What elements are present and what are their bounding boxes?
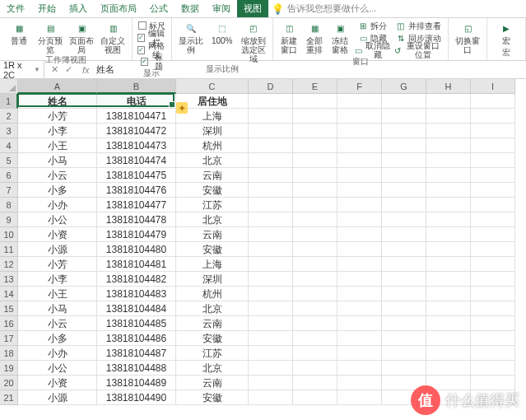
cell[interactable] — [426, 242, 471, 257]
col-header-a[interactable]: A — [18, 79, 97, 94]
row-header[interactable]: 17 — [0, 331, 18, 346]
cell[interactable] — [426, 331, 471, 346]
cell[interactable] — [471, 287, 515, 301]
cell[interactable] — [426, 301, 471, 316]
cell[interactable] — [249, 227, 293, 242]
cell[interactable]: 小公 — [18, 361, 97, 376]
cell[interactable] — [382, 242, 426, 257]
select-all-corner[interactable] — [0, 79, 18, 94]
cell[interactable]: 13818104483 — [97, 287, 176, 301]
cell[interactable]: 江苏 — [176, 346, 249, 361]
cell[interactable] — [249, 376, 293, 390]
cell[interactable] — [426, 94, 471, 109]
cell[interactable] — [249, 346, 293, 361]
cell[interactable] — [471, 94, 515, 109]
cell[interactable]: 小马 — [18, 301, 97, 316]
cell[interactable] — [337, 94, 382, 109]
cell[interactable]: 13818104479 — [97, 227, 176, 242]
cell[interactable] — [471, 198, 515, 212]
cell[interactable]: 云南 — [176, 227, 249, 242]
cell[interactable] — [426, 257, 471, 272]
col-header-f[interactable]: F — [337, 79, 382, 94]
cell[interactable]: 深圳 — [176, 124, 249, 138]
cell[interactable] — [471, 153, 515, 168]
cell[interactable] — [426, 109, 471, 124]
page-break-button[interactable]: ▤分页预览 — [36, 20, 64, 54]
cell[interactable]: 13818104476 — [97, 183, 176, 198]
cell[interactable]: 小王 — [18, 138, 97, 153]
row-header[interactable]: 5 — [0, 153, 18, 168]
row-header[interactable]: 3 — [0, 124, 18, 138]
cell[interactable]: 深圳 — [176, 272, 249, 287]
cell[interactable] — [293, 346, 337, 361]
cell[interactable]: 小多 — [18, 183, 97, 198]
cell[interactable] — [471, 168, 515, 183]
side-by-side-button[interactable]: ◫并排查看 — [393, 20, 443, 31]
new-window-button[interactable]: ◫新建窗口 — [278, 20, 300, 54]
cell[interactable]: 安徽 — [176, 242, 249, 257]
cell[interactable] — [293, 183, 337, 198]
cell[interactable] — [249, 212, 293, 227]
row-header[interactable]: 9 — [0, 212, 18, 227]
cell[interactable] — [426, 361, 471, 376]
cell[interactable] — [426, 316, 471, 331]
cell[interactable] — [337, 138, 382, 153]
cell[interactable] — [337, 316, 382, 331]
cell[interactable] — [249, 287, 293, 301]
row-header[interactable]: 4 — [0, 138, 18, 153]
cell[interactable] — [293, 124, 337, 138]
cell[interactable]: 13818104482 — [97, 272, 176, 287]
cell[interactable]: 小云 — [18, 316, 97, 331]
cell[interactable] — [382, 361, 426, 376]
cell[interactable]: 云南 — [176, 376, 249, 390]
cell[interactable]: 13818104489 — [97, 376, 176, 390]
col-header-i[interactable]: I — [471, 79, 515, 94]
cell[interactable] — [426, 124, 471, 138]
cell[interactable] — [471, 346, 515, 361]
cell[interactable]: 上海 — [176, 257, 249, 272]
tab-review[interactable]: 审阅 — [206, 0, 237, 17]
tab-view[interactable]: 视图 — [237, 0, 268, 17]
fx-icon[interactable]: fx — [79, 65, 93, 75]
cell[interactable]: 13818104478 — [97, 212, 176, 227]
cell[interactable] — [471, 183, 515, 198]
cell[interactable] — [382, 227, 426, 242]
row-header[interactable]: 8 — [0, 198, 18, 212]
cell[interactable]: 云南 — [176, 316, 249, 331]
cell[interactable] — [337, 124, 382, 138]
cells-area[interactable]: ✦ 姓名电话居住地小芳13818104471上海小李13818104472深圳小… — [18, 94, 515, 405]
col-header-d[interactable]: D — [249, 79, 293, 94]
cell[interactable] — [382, 124, 426, 138]
cell[interactable]: 13818104484 — [97, 301, 176, 316]
cell[interactable] — [293, 390, 337, 405]
cell[interactable] — [471, 227, 515, 242]
cell[interactable] — [249, 361, 293, 376]
cell[interactable] — [382, 94, 426, 109]
cell[interactable] — [471, 361, 515, 376]
cell[interactable] — [337, 242, 382, 257]
cell[interactable] — [382, 168, 426, 183]
cell[interactable] — [426, 138, 471, 153]
cell[interactable]: 13818104477 — [97, 198, 176, 212]
col-header-h[interactable]: H — [426, 79, 471, 94]
col-header-c[interactable]: C — [176, 79, 249, 94]
cell[interactable] — [293, 316, 337, 331]
cell[interactable]: 小资 — [18, 376, 97, 390]
cell[interactable] — [249, 109, 293, 124]
cell[interactable] — [471, 212, 515, 227]
cell[interactable] — [293, 168, 337, 183]
custom-views-button[interactable]: ▥自定义视图 — [99, 20, 127, 54]
cell[interactable] — [293, 376, 337, 390]
cell[interactable]: 小马 — [18, 153, 97, 168]
cell[interactable]: 江苏 — [176, 198, 249, 212]
tab-pagelayout[interactable]: 页面布局 — [94, 0, 143, 17]
name-box[interactable]: 1R x 2C ▼ — [0, 60, 44, 80]
cell[interactable] — [382, 346, 426, 361]
cell[interactable] — [337, 346, 382, 361]
cell[interactable] — [382, 109, 426, 124]
cell[interactable] — [382, 272, 426, 287]
cell[interactable] — [337, 109, 382, 124]
cell[interactable] — [249, 331, 293, 346]
split-button[interactable]: ⊞拆分 — [355, 20, 391, 31]
cell[interactable] — [293, 227, 337, 242]
